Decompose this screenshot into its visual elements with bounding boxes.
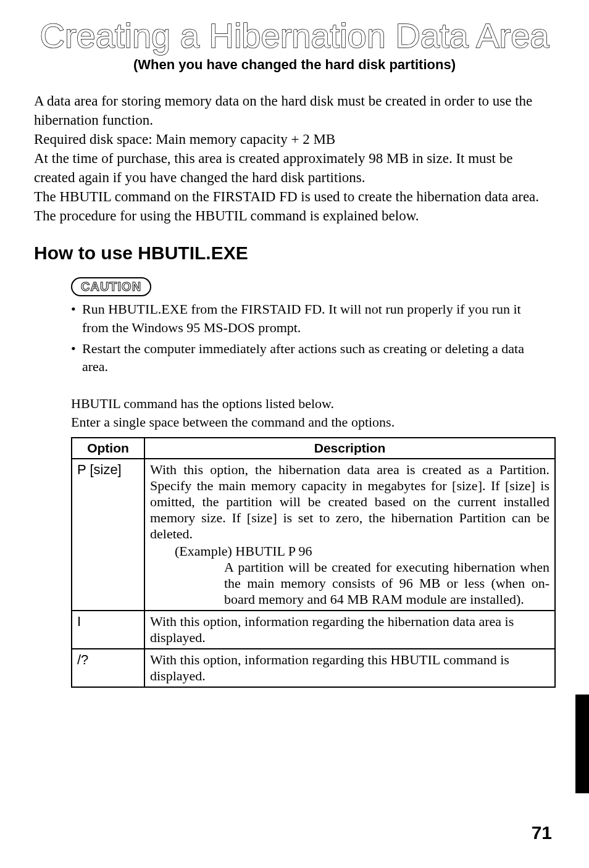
option-cell: P [size] [72,459,144,611]
description-cell: With this option, information regarding … [144,649,555,687]
table-intro: HBUTIL command has the options listed be… [71,394,549,431]
caution-item: Run HBUTIL.EXE from the FIRSTAID FD. It … [71,300,549,336]
description-cell: With this option, information regarding … [144,611,555,649]
example-label: (Example) HBUTIL P 96 [175,543,549,559]
table-row: /? With this option, information regardi… [72,649,555,687]
table-row: I With this option, information regardin… [72,611,555,649]
side-tab [575,695,589,793]
caution-item: Restart the computer immediately after a… [71,340,549,376]
manual-page: Creating a Hibernation Data Area (When y… [0,0,589,688]
option-cell: I [72,611,144,649]
description-text: With this option, the hibernation data a… [150,462,549,542]
option-cell: /? [72,649,144,687]
table-header-option: Option [72,438,144,459]
table-row: P [size] With this option, the hibernati… [72,459,555,611]
intro-paragraph: A data area for storing memory data on t… [34,91,555,225]
options-table: Option Description P [size] With this op… [71,437,556,688]
caution-badge: CAUTION [71,277,151,296]
caution-block: CAUTION Run HBUTIL.EXE from the FIRSTAID… [71,277,549,376]
table-header-description: Description [144,438,555,459]
page-number: 71 [532,822,552,843]
example-note: A partition will be created for executin… [224,559,549,607]
description-cell: With this option, the hibernation data a… [144,459,555,611]
section-heading: How to use HBUTIL.EXE [34,243,555,264]
caution-list: Run HBUTIL.EXE from the FIRSTAID FD. It … [71,300,549,376]
page-title: Creating a Hibernation Data Area [34,19,555,53]
page-subtitle: (When you have changed the hard disk par… [34,57,555,73]
